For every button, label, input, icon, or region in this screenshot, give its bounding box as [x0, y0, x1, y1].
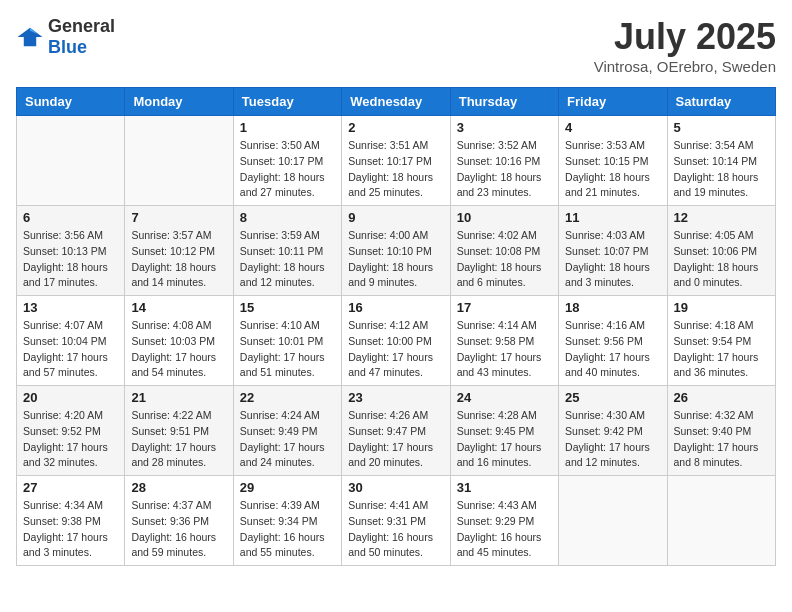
- day-info: Sunrise: 4:18 AM Sunset: 9:54 PM Dayligh…: [674, 318, 769, 381]
- calendar-cell: 29Sunrise: 4:39 AM Sunset: 9:34 PM Dayli…: [233, 476, 341, 566]
- day-info: Sunrise: 4:37 AM Sunset: 9:36 PM Dayligh…: [131, 498, 226, 561]
- calendar-cell: 12Sunrise: 4:05 AM Sunset: 10:06 PM Dayl…: [667, 206, 775, 296]
- day-number: 25: [565, 390, 660, 405]
- calendar-cell: 25Sunrise: 4:30 AM Sunset: 9:42 PM Dayli…: [559, 386, 667, 476]
- calendar-cell: 13Sunrise: 4:07 AM Sunset: 10:04 PM Dayl…: [17, 296, 125, 386]
- calendar-cell: 15Sunrise: 4:10 AM Sunset: 10:01 PM Dayl…: [233, 296, 341, 386]
- day-number: 9: [348, 210, 443, 225]
- day-number: 11: [565, 210, 660, 225]
- calendar-cell: 22Sunrise: 4:24 AM Sunset: 9:49 PM Dayli…: [233, 386, 341, 476]
- day-number: 18: [565, 300, 660, 315]
- day-info: Sunrise: 4:10 AM Sunset: 10:01 PM Daylig…: [240, 318, 335, 381]
- day-number: 16: [348, 300, 443, 315]
- weekday-header: Saturday: [667, 88, 775, 116]
- calendar-cell: 14Sunrise: 4:08 AM Sunset: 10:03 PM Dayl…: [125, 296, 233, 386]
- day-number: 1: [240, 120, 335, 135]
- weekday-header: Thursday: [450, 88, 558, 116]
- calendar-cell: 6Sunrise: 3:56 AM Sunset: 10:13 PM Dayli…: [17, 206, 125, 296]
- weekday-header-row: SundayMondayTuesdayWednesdayThursdayFrid…: [17, 88, 776, 116]
- weekday-header: Monday: [125, 88, 233, 116]
- calendar-cell: 17Sunrise: 4:14 AM Sunset: 9:58 PM Dayli…: [450, 296, 558, 386]
- day-number: 19: [674, 300, 769, 315]
- calendar-cell: [17, 116, 125, 206]
- day-number: 13: [23, 300, 118, 315]
- day-info: Sunrise: 4:07 AM Sunset: 10:04 PM Daylig…: [23, 318, 118, 381]
- weekday-header: Wednesday: [342, 88, 450, 116]
- calendar-title: July 2025: [594, 16, 776, 58]
- calendar-week-row: 1Sunrise: 3:50 AM Sunset: 10:17 PM Dayli…: [17, 116, 776, 206]
- day-number: 10: [457, 210, 552, 225]
- calendar-cell: 18Sunrise: 4:16 AM Sunset: 9:56 PM Dayli…: [559, 296, 667, 386]
- day-number: 5: [674, 120, 769, 135]
- calendar-cell: 2Sunrise: 3:51 AM Sunset: 10:17 PM Dayli…: [342, 116, 450, 206]
- day-info: Sunrise: 4:32 AM Sunset: 9:40 PM Dayligh…: [674, 408, 769, 471]
- day-number: 17: [457, 300, 552, 315]
- calendar-cell: 19Sunrise: 4:18 AM Sunset: 9:54 PM Dayli…: [667, 296, 775, 386]
- day-info: Sunrise: 4:12 AM Sunset: 10:00 PM Daylig…: [348, 318, 443, 381]
- day-number: 23: [348, 390, 443, 405]
- calendar-cell: 24Sunrise: 4:28 AM Sunset: 9:45 PM Dayli…: [450, 386, 558, 476]
- day-number: 4: [565, 120, 660, 135]
- day-number: 28: [131, 480, 226, 495]
- day-info: Sunrise: 3:54 AM Sunset: 10:14 PM Daylig…: [674, 138, 769, 201]
- calendar-cell: 5Sunrise: 3:54 AM Sunset: 10:14 PM Dayli…: [667, 116, 775, 206]
- day-info: Sunrise: 4:03 AM Sunset: 10:07 PM Daylig…: [565, 228, 660, 291]
- calendar-week-row: 20Sunrise: 4:20 AM Sunset: 9:52 PM Dayli…: [17, 386, 776, 476]
- day-info: Sunrise: 4:20 AM Sunset: 9:52 PM Dayligh…: [23, 408, 118, 471]
- day-info: Sunrise: 3:51 AM Sunset: 10:17 PM Daylig…: [348, 138, 443, 201]
- calendar-week-row: 27Sunrise: 4:34 AM Sunset: 9:38 PM Dayli…: [17, 476, 776, 566]
- day-info: Sunrise: 4:00 AM Sunset: 10:10 PM Daylig…: [348, 228, 443, 291]
- day-number: 7: [131, 210, 226, 225]
- day-number: 26: [674, 390, 769, 405]
- day-info: Sunrise: 4:39 AM Sunset: 9:34 PM Dayligh…: [240, 498, 335, 561]
- logo-blue: Blue: [48, 37, 87, 57]
- day-number: 8: [240, 210, 335, 225]
- day-number: 30: [348, 480, 443, 495]
- page-header: General Blue July 2025 Vintrosa, OErebro…: [16, 16, 776, 75]
- calendar-cell: 4Sunrise: 3:53 AM Sunset: 10:15 PM Dayli…: [559, 116, 667, 206]
- calendar-cell: 7Sunrise: 3:57 AM Sunset: 10:12 PM Dayli…: [125, 206, 233, 296]
- title-block: July 2025 Vintrosa, OErebro, Sweden: [594, 16, 776, 75]
- day-info: Sunrise: 4:24 AM Sunset: 9:49 PM Dayligh…: [240, 408, 335, 471]
- calendar-cell: [667, 476, 775, 566]
- calendar-cell: [125, 116, 233, 206]
- calendar-cell: 11Sunrise: 4:03 AM Sunset: 10:07 PM Dayl…: [559, 206, 667, 296]
- calendar-week-row: 6Sunrise: 3:56 AM Sunset: 10:13 PM Dayli…: [17, 206, 776, 296]
- day-number: 14: [131, 300, 226, 315]
- calendar-cell: 28Sunrise: 4:37 AM Sunset: 9:36 PM Dayli…: [125, 476, 233, 566]
- day-number: 29: [240, 480, 335, 495]
- calendar-cell: [559, 476, 667, 566]
- calendar-table: SundayMondayTuesdayWednesdayThursdayFrid…: [16, 87, 776, 566]
- calendar-cell: 8Sunrise: 3:59 AM Sunset: 10:11 PM Dayli…: [233, 206, 341, 296]
- day-info: Sunrise: 4:43 AM Sunset: 9:29 PM Dayligh…: [457, 498, 552, 561]
- day-info: Sunrise: 4:05 AM Sunset: 10:06 PM Daylig…: [674, 228, 769, 291]
- day-info: Sunrise: 4:02 AM Sunset: 10:08 PM Daylig…: [457, 228, 552, 291]
- calendar-cell: 30Sunrise: 4:41 AM Sunset: 9:31 PM Dayli…: [342, 476, 450, 566]
- calendar-cell: 21Sunrise: 4:22 AM Sunset: 9:51 PM Dayli…: [125, 386, 233, 476]
- calendar-week-row: 13Sunrise: 4:07 AM Sunset: 10:04 PM Dayl…: [17, 296, 776, 386]
- day-info: Sunrise: 3:59 AM Sunset: 10:11 PM Daylig…: [240, 228, 335, 291]
- day-number: 22: [240, 390, 335, 405]
- day-info: Sunrise: 4:16 AM Sunset: 9:56 PM Dayligh…: [565, 318, 660, 381]
- day-number: 27: [23, 480, 118, 495]
- day-number: 31: [457, 480, 552, 495]
- calendar-location: Vintrosa, OErebro, Sweden: [594, 58, 776, 75]
- calendar-cell: 3Sunrise: 3:52 AM Sunset: 10:16 PM Dayli…: [450, 116, 558, 206]
- calendar-header: SundayMondayTuesdayWednesdayThursdayFrid…: [17, 88, 776, 116]
- logo: General Blue: [16, 16, 115, 58]
- day-number: 6: [23, 210, 118, 225]
- day-number: 21: [131, 390, 226, 405]
- day-info: Sunrise: 3:53 AM Sunset: 10:15 PM Daylig…: [565, 138, 660, 201]
- logo-general: General: [48, 16, 115, 36]
- day-number: 2: [348, 120, 443, 135]
- day-info: Sunrise: 4:30 AM Sunset: 9:42 PM Dayligh…: [565, 408, 660, 471]
- day-info: Sunrise: 4:41 AM Sunset: 9:31 PM Dayligh…: [348, 498, 443, 561]
- calendar-cell: 31Sunrise: 4:43 AM Sunset: 9:29 PM Dayli…: [450, 476, 558, 566]
- day-info: Sunrise: 3:50 AM Sunset: 10:17 PM Daylig…: [240, 138, 335, 201]
- day-info: Sunrise: 3:57 AM Sunset: 10:12 PM Daylig…: [131, 228, 226, 291]
- day-info: Sunrise: 4:26 AM Sunset: 9:47 PM Dayligh…: [348, 408, 443, 471]
- day-info: Sunrise: 4:14 AM Sunset: 9:58 PM Dayligh…: [457, 318, 552, 381]
- logo-text: General Blue: [48, 16, 115, 58]
- calendar-cell: 9Sunrise: 4:00 AM Sunset: 10:10 PM Dayli…: [342, 206, 450, 296]
- day-info: Sunrise: 4:28 AM Sunset: 9:45 PM Dayligh…: [457, 408, 552, 471]
